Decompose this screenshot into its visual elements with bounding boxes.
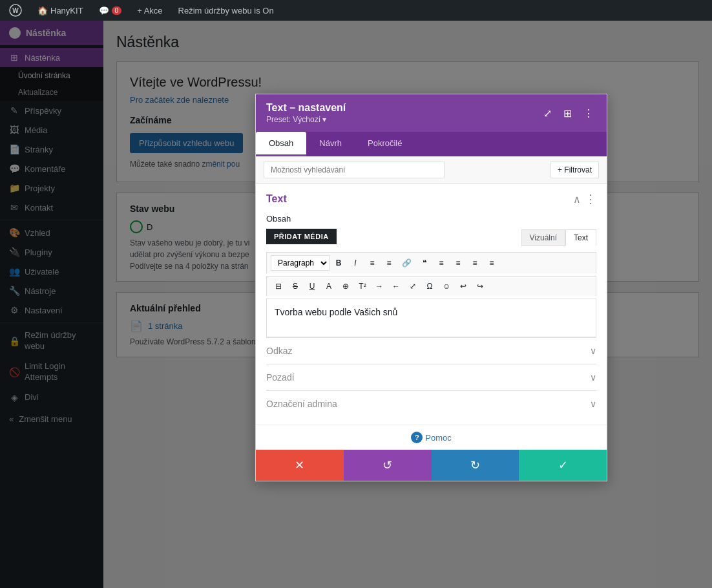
- editor-tabs: Vizuální Text: [521, 229, 597, 246]
- cancel-button[interactable]: ✕: [256, 450, 344, 481]
- blockquote-btn[interactable]: ❝: [417, 256, 432, 270]
- grid-icon[interactable]: ⊞: [561, 106, 574, 121]
- underline-btn[interactable]: U: [304, 279, 320, 293]
- paragraph-select[interactable]: Paragraph Heading 1 Heading 2 Heading 3: [271, 255, 330, 271]
- reset-button[interactable]: ↺: [344, 450, 432, 481]
- comment-icon: 💬: [99, 6, 109, 16]
- accordion-odkaz-label: Odkaz: [266, 346, 292, 356]
- section-label-text: Text: [266, 193, 287, 205]
- modal-preset-btn[interactable]: Preset: Výchozí ▾: [266, 115, 346, 124]
- accordion-pozadi-chevron: ∨: [590, 372, 596, 383]
- toolbar-row-2: ⊟ S U A ⊕ T² → ← ⤢ Ω ☺ ↩ ↪: [266, 276, 596, 296]
- accordion-pozadi-label: Pozadí: [266, 372, 295, 383]
- save-button[interactable]: ✓: [519, 450, 607, 481]
- redo-button[interactable]: ↻: [432, 450, 519, 481]
- help-label: Pomoc: [425, 433, 451, 443]
- fullscreen-editor-btn[interactable]: ⤢: [405, 279, 421, 293]
- modal-header-actions: ⤢ ⊞ ⋮: [541, 106, 596, 121]
- help-icon: ?: [411, 432, 423, 443]
- table-btn[interactable]: ⊟: [271, 279, 286, 293]
- accordion-oznaceni[interactable]: Označení admina ∨: [266, 390, 596, 417]
- undo-btn[interactable]: ↩: [455, 279, 471, 293]
- actions-btn[interactable]: + Akce: [133, 0, 166, 21]
- site-name-btn[interactable]: 🏠 HanyKIT: [34, 0, 87, 21]
- admin-bar: W 🏠 HanyKIT 💬 0 + Akce Režim údržby webu…: [0, 0, 712, 21]
- modal-title: Text – nastavení: [266, 102, 346, 114]
- section-collapse-icon[interactable]: ∧: [573, 193, 581, 205]
- strikethrough-btn[interactable]: S: [288, 279, 303, 293]
- accordion-oznaceni-chevron: ∨: [590, 399, 596, 409]
- link-btn[interactable]: 🔗: [398, 256, 415, 270]
- section-actions: ∧ ⋮: [573, 192, 596, 206]
- align-left-btn[interactable]: ≡: [434, 256, 449, 270]
- maintenance-label: Režim údržby webu is On: [174, 0, 278, 21]
- filter-button[interactable]: + Filtrovat: [550, 162, 599, 178]
- tab-pokrocile[interactable]: Pokročilé: [355, 132, 415, 156]
- font-color-btn[interactable]: A: [321, 279, 337, 293]
- indent-btn[interactable]: →: [372, 279, 387, 293]
- actions-label: + Akce: [137, 6, 162, 16]
- more-options-icon[interactable]: ⋮: [581, 106, 596, 121]
- italic-btn[interactable]: I: [348, 256, 363, 270]
- emoji-btn[interactable]: ☺: [439, 279, 454, 293]
- editor-area[interactable]: Tvorba webu podle Vašich snů: [266, 299, 596, 337]
- outdent-btn[interactable]: ←: [388, 279, 404, 293]
- text-section-header: Text ∧ ⋮: [266, 192, 596, 206]
- comments-btn[interactable]: 💬 0: [95, 0, 126, 21]
- modal-help: ? Pomoc: [256, 425, 607, 450]
- modal-body: Text ∧ ⋮ Obsah PŘIDAT MÉDIA Vizuální Tex…: [256, 184, 607, 425]
- bold-btn[interactable]: B: [331, 256, 346, 270]
- wp-logo-btn[interactable]: W: [5, 0, 26, 21]
- superscript-btn[interactable]: T²: [355, 279, 370, 293]
- modal-header-left: Text – nastavení Preset: Výchozí ▾: [266, 102, 346, 124]
- accordion-oznaceni-label: Označení admina: [266, 399, 337, 409]
- unordered-list-btn[interactable]: ≡: [364, 256, 380, 270]
- special-chars-btn[interactable]: Ω: [422, 279, 437, 293]
- ordered-list-btn[interactable]: ≡: [381, 256, 397, 270]
- help-link[interactable]: ? Pomoc: [266, 432, 596, 443]
- home-icon: 🏠: [37, 6, 48, 16]
- cancel-icon: ✕: [295, 458, 304, 472]
- tab-obsah[interactable]: Obsah: [256, 132, 306, 156]
- tab-navrh[interactable]: Návrh: [306, 132, 355, 156]
- modal-header: Text – nastavení Preset: Výchozí ▾ ⤢ ⊞ ⋮: [256, 94, 607, 132]
- justify-btn[interactable]: ≡: [484, 256, 499, 270]
- modal-tabs: Obsah Návrh Pokročilé: [256, 132, 607, 156]
- site-name-label: HanyKIT: [50, 6, 83, 16]
- save-icon: ✓: [558, 458, 568, 472]
- modal-search-bar: + Filtrovat: [256, 156, 607, 184]
- tab-text[interactable]: Text: [565, 229, 596, 246]
- fullscreen-icon[interactable]: ⤢: [541, 106, 554, 121]
- reset-icon: ↺: [382, 458, 392, 472]
- svg-text:W: W: [12, 7, 19, 14]
- comments-count: 0: [112, 6, 122, 15]
- modal-text-settings: Text – nastavení Preset: Výchozí ▾ ⤢ ⊞ ⋮…: [255, 94, 607, 481]
- content-label: Obsah: [266, 214, 596, 224]
- editor-content: Tvorba webu podle Vašich snů: [275, 307, 397, 317]
- section-more-icon[interactable]: ⋮: [585, 192, 596, 206]
- search-input[interactable]: [264, 162, 445, 178]
- wp-logo-icon: W: [9, 4, 22, 17]
- tab-visual[interactable]: Vizuální: [521, 229, 565, 246]
- modal-footer: ✕ ↺ ↻ ✓: [256, 450, 607, 481]
- redo-toolbar-btn[interactable]: ↪: [472, 279, 488, 293]
- add-media-button[interactable]: PŘIDAT MÉDIA: [266, 229, 337, 244]
- toolbar-row-1: Paragraph Heading 1 Heading 2 Heading 3 …: [266, 252, 596, 273]
- align-center-btn[interactable]: ≡: [450, 256, 466, 270]
- editor-topbar: PŘIDAT MÉDIA Vizuální Text: [266, 229, 596, 249]
- align-right-btn[interactable]: ≡: [467, 256, 483, 270]
- accordion-odkaz[interactable]: Odkaz ∨: [266, 337, 596, 364]
- redo-icon: ↻: [470, 458, 480, 472]
- paste-btn[interactable]: ⊕: [338, 279, 353, 293]
- accordion-pozadi[interactable]: Pozadí ∨: [266, 364, 596, 390]
- accordion-odkaz-chevron: ∨: [590, 346, 596, 356]
